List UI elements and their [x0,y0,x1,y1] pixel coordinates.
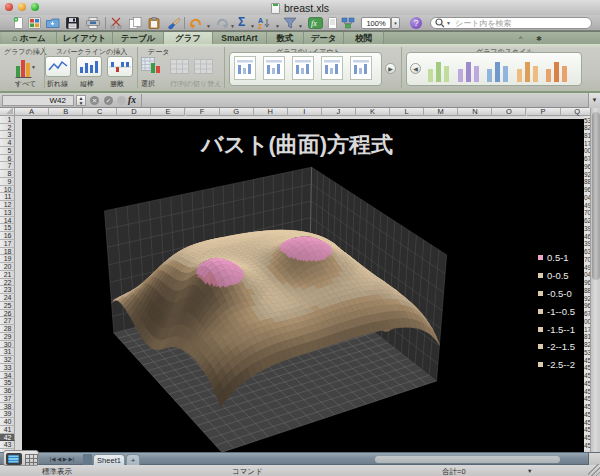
svg-text:Z: Z [258,23,263,29]
svg-text:fx: fx [311,19,317,28]
